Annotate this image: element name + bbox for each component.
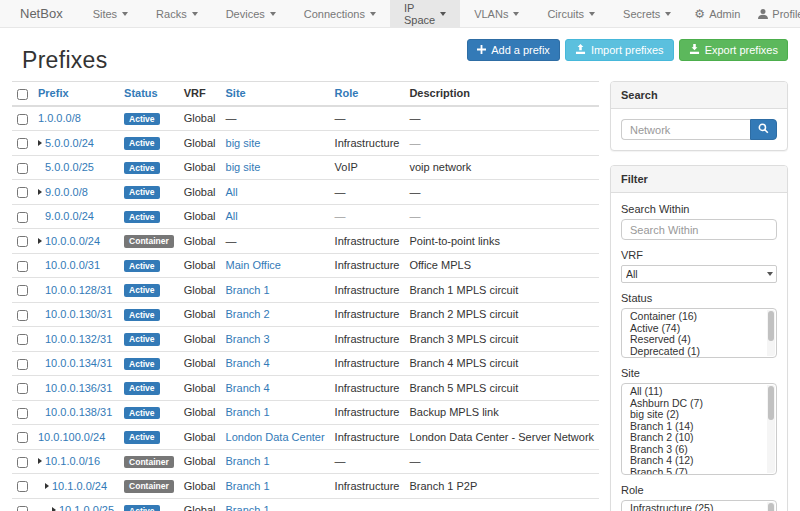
- site-link[interactable]: All: [226, 210, 238, 222]
- listbox-option[interactable]: Branch 4 (12): [622, 455, 766, 467]
- nav-item-vlans[interactable]: VLANs: [460, 0, 533, 27]
- select-all-checkbox[interactable]: [17, 89, 28, 100]
- nav-item-secrets[interactable]: Secrets: [609, 0, 685, 27]
- prefix-link[interactable]: 10.0.0.138/31: [45, 406, 112, 418]
- site-link[interactable]: Branch 4: [226, 382, 270, 394]
- nav-item-devices[interactable]: Devices: [212, 0, 290, 27]
- site-link[interactable]: All: [226, 186, 238, 198]
- row-checkbox[interactable]: [17, 114, 28, 125]
- listbox-option[interactable]: Branch 5 (7): [622, 467, 766, 476]
- prefix-link[interactable]: 10.1.0.0/16: [45, 455, 100, 467]
- site-link[interactable]: Branch 2: [226, 308, 270, 320]
- prefix-link[interactable]: 10.0.0.130/31: [45, 308, 112, 320]
- netbox-brand[interactable]: NetBox: [10, 0, 75, 27]
- site-link[interactable]: Main Office: [226, 259, 281, 271]
- prefix-link[interactable]: 10.1.0.0/25: [59, 504, 114, 511]
- nav-item-ip-space[interactable]: IP Space: [390, 0, 460, 27]
- prefix-link[interactable]: 10.0.100.0/24: [38, 431, 105, 443]
- scrollbar[interactable]: [767, 310, 775, 356]
- site-link[interactable]: London Data Center: [226, 431, 325, 443]
- search-input[interactable]: [621, 119, 750, 140]
- prefix-link[interactable]: 1.0.0.0/8: [38, 112, 81, 124]
- site-link[interactable]: Branch 1: [226, 406, 270, 418]
- site-link[interactable]: big site: [226, 137, 261, 149]
- role-value: Infrastructure: [335, 284, 400, 296]
- nav-item-connections[interactable]: Connections: [290, 0, 390, 27]
- admin-link[interactable]: ⚙ Admin: [685, 0, 749, 27]
- sort-prefix[interactable]: Prefix: [38, 87, 69, 99]
- table-row: 5.0.0.0/24 Active Global big site Infras…: [12, 131, 599, 156]
- chevron-down-icon: [192, 12, 198, 16]
- prefix-link[interactable]: 10.0.0.134/31: [45, 357, 112, 369]
- role-listbox[interactable]: Infrastructure (25)Management (8)Private…: [621, 500, 777, 511]
- site-link[interactable]: Branch 4: [226, 357, 270, 369]
- prefix-link[interactable]: 10.0.0.0/24: [45, 235, 100, 247]
- site-link[interactable]: Branch 1: [226, 480, 270, 492]
- vrf-select[interactable]: All: [621, 265, 777, 283]
- prefix-link[interactable]: 10.0.0.132/31: [45, 333, 112, 345]
- prefix-link[interactable]: 10.0.0.0/31: [45, 259, 100, 271]
- site-link[interactable]: big site: [226, 161, 261, 173]
- table-row: 10.0.0.138/31 Active Global Branch 1 Inf…: [12, 400, 599, 425]
- listbox-option[interactable]: Deprecated (1): [622, 346, 766, 358]
- site-link[interactable]: Branch 1: [226, 284, 270, 296]
- row-checkbox[interactable]: [17, 261, 28, 272]
- row-checkbox[interactable]: [17, 481, 28, 492]
- site-label: Site: [621, 367, 777, 379]
- prefix-link[interactable]: 10.1.0.0/24: [52, 480, 107, 492]
- listbox-option[interactable]: Branch 2 (10): [622, 432, 766, 444]
- site-link[interactable]: Branch 1: [226, 504, 270, 511]
- add-prefix-button[interactable]: Add a prefix: [467, 39, 560, 61]
- row-checkbox[interactable]: [17, 187, 28, 198]
- scrollbar[interactable]: [767, 502, 775, 511]
- profile-link[interactable]: Profile: [749, 0, 800, 27]
- listbox-option[interactable]: Infrastructure (25): [622, 503, 766, 511]
- filter-panel: Filter Search Within VRF All Status: [610, 165, 788, 511]
- prefix-link[interactable]: 5.0.0.0/25: [45, 161, 94, 173]
- site-listbox[interactable]: All (11)Ashburn DC (7)big site (2)Branch…: [621, 383, 777, 475]
- prefix-link[interactable]: 5.0.0.0/24: [45, 137, 94, 149]
- search-button[interactable]: [750, 119, 777, 140]
- prefix-link[interactable]: 10.0.0.136/31: [45, 382, 112, 394]
- prefix-link[interactable]: 9.0.0.0/8: [45, 186, 88, 198]
- nav-item-racks[interactable]: Racks: [142, 0, 212, 27]
- nav-label: Connections: [304, 8, 365, 20]
- listbox-option[interactable]: All (11): [622, 386, 766, 398]
- status-badge: Active: [124, 186, 160, 199]
- import-prefixes-button[interactable]: Import prefixes: [565, 39, 674, 61]
- row-checkbox[interactable]: [17, 383, 28, 394]
- sort-site[interactable]: Site: [226, 87, 246, 99]
- row-checkbox[interactable]: [17, 408, 28, 419]
- row-checkbox[interactable]: [17, 285, 28, 296]
- site-link[interactable]: Branch 1: [226, 455, 270, 467]
- prefix-link[interactable]: 9.0.0.0/24: [45, 210, 94, 222]
- nav-item-circuits[interactable]: Circuits: [533, 0, 609, 27]
- row-checkbox[interactable]: [17, 359, 28, 370]
- nav-item-sites[interactable]: Sites: [79, 0, 142, 27]
- site-link[interactable]: Branch 3: [226, 333, 270, 345]
- status-listbox[interactable]: Container (16)Active (74)Reserved (4)Dep…: [621, 308, 777, 358]
- description-value: London Data Center - Server Network: [409, 431, 594, 443]
- row-checkbox[interactable]: [17, 506, 28, 511]
- listbox-option[interactable]: Reserved (4): [622, 334, 766, 346]
- sort-role[interactable]: Role: [335, 87, 359, 99]
- listbox-option[interactable]: Container (16): [622, 311, 766, 323]
- vrf-value: Global: [184, 382, 216, 394]
- row-checkbox[interactable]: [17, 457, 28, 468]
- search-within-input[interactable]: [621, 219, 777, 240]
- chevron-down-icon: [513, 12, 519, 16]
- row-checkbox[interactable]: [17, 432, 28, 443]
- description-value: Branch 1 P2P: [409, 480, 477, 492]
- row-checkbox[interactable]: [17, 212, 28, 223]
- sort-status[interactable]: Status: [124, 87, 158, 99]
- export-prefixes-button[interactable]: Export prefixes: [679, 39, 788, 61]
- row-checkbox[interactable]: [17, 163, 28, 174]
- row-checkbox[interactable]: [17, 334, 28, 345]
- scrollbar[interactable]: [767, 385, 775, 473]
- row-checkbox[interactable]: [17, 236, 28, 247]
- listbox-option[interactable]: big site (2): [622, 409, 766, 421]
- description-value: Backup MPLS link: [409, 406, 498, 418]
- prefix-link[interactable]: 10.0.0.128/31: [45, 284, 112, 296]
- row-checkbox[interactable]: [17, 310, 28, 321]
- row-checkbox[interactable]: [17, 138, 28, 149]
